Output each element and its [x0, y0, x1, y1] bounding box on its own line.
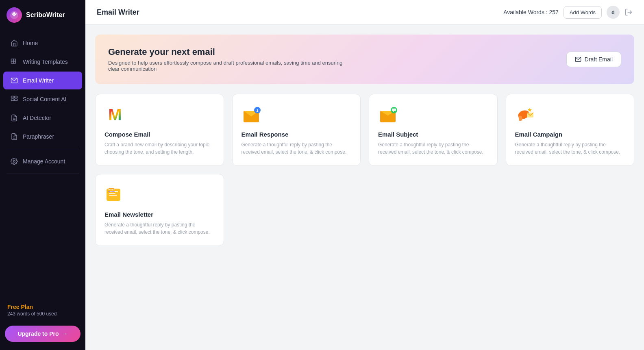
draft-email-btn-label: Draft Email: [585, 56, 613, 63]
sidebar-divider-2: [7, 174, 79, 174]
sidebar-item-home[interactable]: Home: [3, 34, 82, 52]
compose-email-title: Compose Email: [104, 131, 215, 138]
banner-title: Generate your next email: [108, 47, 352, 57]
card-email-subject[interactable]: Email Subject Generate a thoughtful repl…: [369, 94, 498, 166]
email-subject-icon: [378, 104, 399, 125]
svg-rect-30: [109, 195, 117, 196]
email-campaign-icon: [515, 104, 536, 125]
sidebar-item-paraphraser[interactable]: Paraphraser: [3, 128, 82, 146]
ai-detector-icon: [11, 114, 18, 122]
add-words-button[interactable]: Add Words: [564, 6, 602, 19]
home-icon: [11, 39, 18, 47]
social-content-icon: [11, 96, 18, 103]
sidebar-nav: Home Writing Templates Email Writer: [0, 30, 85, 299]
sidebar-item-writing-templates-label: Writing Templates: [23, 59, 68, 65]
upgrade-arrow-icon: →: [62, 330, 68, 337]
svg-point-15: [13, 161, 15, 163]
sidebar-item-email-writer[interactable]: Email Writer: [3, 72, 82, 89]
main-content: Email Writer Available Words : 257 Add W…: [85, 0, 644, 350]
page-title: Email Writer: [97, 8, 139, 17]
content-area: Generate your next email Designed to hel…: [85, 25, 644, 350]
avatar[interactable]: d: [607, 6, 620, 19]
email-response-desc: Generate a thoughtful reply by pasting t…: [242, 141, 352, 156]
logout-icon[interactable]: [624, 8, 633, 16]
sidebar-divider-1: [7, 149, 79, 149]
sidebar-item-social-content-label: Social Content AI: [23, 96, 66, 102]
card-email-response[interactable]: 1 Email Response Generate a thoughtful r…: [232, 94, 361, 166]
svg-rect-3: [13, 59, 15, 61]
email-subject-title: Email Subject: [378, 131, 488, 138]
svg-rect-23: [392, 109, 396, 111]
sidebar-item-social-content-ai[interactable]: Social Content AI: [3, 90, 82, 108]
svg-rect-5: [13, 61, 15, 63]
email-writer-icon: [11, 77, 18, 84]
svg-text:1: 1: [256, 109, 258, 113]
email-newsletter-title: Email Newsletter: [104, 211, 215, 218]
email-newsletter-desc: Generate a thoughtful reply by pasting t…: [104, 221, 215, 236]
svg-point-1: [13, 12, 15, 15]
sidebar-item-manage-account[interactable]: Manage Account: [3, 152, 82, 170]
upgrade-btn-label: Upgrade to Pro: [17, 330, 59, 337]
card-compose-email[interactable]: M Compose Email Craft a brand-new email …: [95, 94, 224, 166]
paraphraser-icon: [11, 133, 18, 140]
sidebar-item-paraphraser-label: Paraphraser: [23, 133, 54, 140]
email-campaign-desc: Generate a thoughtful reply by pasting t…: [515, 141, 625, 156]
banner: Generate your next email Designed to hel…: [95, 35, 634, 84]
app-name: ScriboWriter: [26, 11, 65, 19]
sidebar-item-writing-templates[interactable]: Writing Templates: [3, 53, 82, 71]
plan-usage: 243 words of 500 used: [7, 311, 78, 317]
draft-email-button[interactable]: Draft Email: [566, 52, 621, 67]
available-words-count: Available Words : 257: [503, 9, 559, 15]
sidebar-plan: Free Plan 243 words of 500 used: [0, 299, 85, 322]
banner-description: Designed to help users effortlessly comp…: [108, 60, 352, 72]
sidebar: ScriboWriter Home Writing Templates E: [0, 0, 85, 350]
banner-text: Generate your next email Designed to hel…: [108, 47, 352, 72]
upgrade-to-pro-button[interactable]: Upgrade to Pro →: [5, 326, 80, 342]
logo-icon: [7, 7, 22, 23]
email-subject-desc: Generate a thoughtful reply by pasting t…: [378, 141, 488, 156]
writing-templates-icon: [11, 58, 18, 65]
svg-text:LETTER: LETTER: [108, 191, 115, 193]
cards-grid-row2: NEWS LETTER Email Newsletter Generate a …: [95, 174, 634, 246]
sidebar-item-ai-detector[interactable]: AI Detector: [3, 109, 82, 127]
header: Email Writer Available Words : 257 Add W…: [85, 0, 644, 25]
svg-rect-29: [109, 193, 115, 194]
svg-rect-7: [11, 96, 14, 98]
header-right: Available Words : 257 Add Words d: [503, 6, 633, 19]
compose-email-icon: M: [104, 104, 126, 125]
card-email-newsletter[interactable]: NEWS LETTER Email Newsletter Generate a …: [95, 174, 224, 246]
draft-email-icon: [575, 56, 581, 63]
svg-rect-4: [11, 61, 13, 63]
email-campaign-title: Email Campaign: [515, 131, 625, 138]
email-response-title: Email Response: [242, 131, 352, 138]
manage-account-icon: [11, 158, 18, 165]
email-newsletter-icon: NEWS LETTER: [104, 184, 126, 205]
card-email-campaign[interactable]: Email Campaign Generate a thoughtful rep…: [506, 94, 635, 166]
svg-rect-2: [11, 59, 13, 61]
svg-rect-9: [11, 99, 14, 101]
sidebar-logo[interactable]: ScriboWriter: [0, 0, 85, 30]
email-response-icon: 1: [242, 104, 263, 125]
sidebar-item-email-writer-label: Email Writer: [23, 77, 54, 84]
sidebar-item-ai-detector-label: AI Detector: [23, 115, 51, 121]
sidebar-item-home-label: Home: [23, 40, 38, 46]
cards-grid-row1: M Compose Email Craft a brand-new email …: [95, 94, 634, 166]
compose-email-desc: Craft a brand-new email by describing yo…: [104, 141, 215, 156]
svg-rect-8: [15, 96, 17, 98]
svg-rect-10: [15, 99, 17, 101]
sidebar-item-manage-account-label: Manage Account: [23, 158, 65, 165]
plan-label: Free Plan: [7, 304, 78, 310]
